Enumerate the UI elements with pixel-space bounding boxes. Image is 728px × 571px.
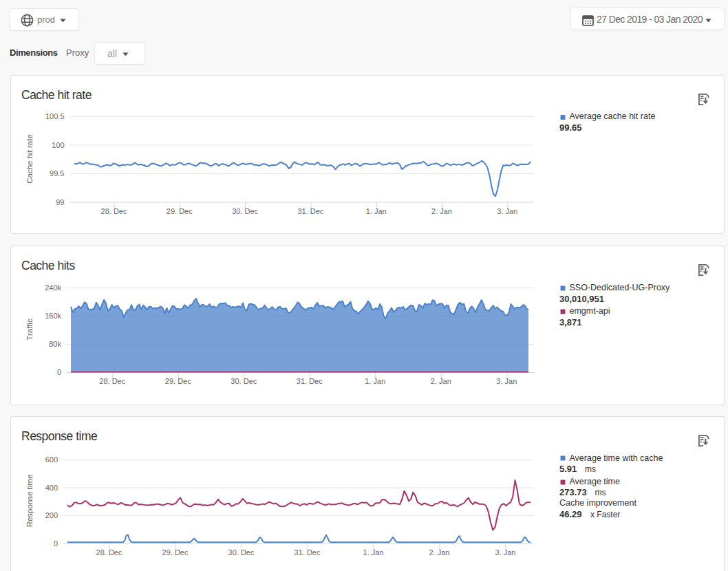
svg-text:Traffic: Traffic [25,319,34,341]
svg-text:30. Dec: 30. Dec [228,548,255,557]
svg-text:99: 99 [56,198,64,206]
svg-text:28. Dec: 28. Dec [96,548,122,557]
svg-text:2. Jan: 2. Jan [431,207,452,215]
svg-text:30,010,951: 30,010,951 [559,294,604,304]
svg-text:31. Dec: 31. Dec [295,548,321,557]
svg-text:46.29: 46.29 [559,509,582,519]
svg-text:x Faster: x Faster [590,510,620,519]
svg-text:2. Jan: 2. Jan [429,548,450,557]
svg-text:3,871: 3,871 [559,317,582,327]
svg-text:30. Dec: 30. Dec [231,377,257,385]
svg-text:100.5: 100.5 [45,112,65,120]
svg-text:28. Dec: 28. Dec [101,207,127,215]
svg-text:31. Dec: 31. Dec [297,377,323,385]
svg-text:600: 600 [45,455,58,464]
svg-text:1. Jan: 1. Jan [365,377,385,385]
svg-text:99.5: 99.5 [50,169,64,177]
svg-text:1. Jan: 1. Jan [363,548,384,557]
svg-text:80k: 80k [49,340,61,348]
svg-text:400: 400 [45,484,58,492]
svg-text:3. Jan: 3. Jan [495,548,516,557]
svg-text:28. Dec: 28. Dec [99,377,125,385]
svg-text:Cache hit rate: Cache hit rate [25,134,34,184]
svg-text:31. Dec: 31. Dec [297,207,323,215]
svg-text:ms: ms [585,464,596,474]
svg-text:29. Dec: 29. Dec [165,377,191,385]
svg-text:1. Jan: 1. Jan [366,207,387,215]
svg-text:emgmt-api: emgmt-api [570,306,610,316]
svg-text:29. Dec: 29. Dec [167,207,193,215]
svg-text:29. Dec: 29. Dec [162,548,189,557]
svg-text:Average cache hit rate: Average cache hit rate [570,111,656,121]
svg-text:Response time: Response time [25,475,34,528]
svg-text:100: 100 [52,141,64,149]
svg-text:3. Jan: 3. Jan [496,377,517,385]
svg-text:2. Jan: 2. Jan [431,377,451,385]
svg-text:ms: ms [595,488,606,497]
svg-text:Average time: Average time [570,477,620,486]
svg-text:Cache improvement: Cache improvement [559,498,636,508]
svg-text:240k: 240k [45,283,61,292]
svg-text:Average time with cache: Average time with cache [570,453,663,463]
svg-text:Cache hits: Cache hits [21,259,75,272]
svg-text:273.73: 273.73 [559,487,587,497]
svg-text:200: 200 [45,511,58,519]
svg-text:0: 0 [54,539,58,548]
svg-text:Response time: Response time [21,429,97,443]
svg-text:SSO-Dedicated-UG-Proxy: SSO-Dedicated-UG-Proxy [570,283,671,292]
svg-text:160k: 160k [45,312,61,320]
svg-text:30. Dec: 30. Dec [232,207,258,215]
svg-text:5.91: 5.91 [559,464,577,474]
svg-text:3. Jan: 3. Jan [497,207,517,215]
svg-text:0: 0 [57,368,61,376]
svg-text:99.65: 99.65 [559,122,582,133]
svg-text:Cache hit rate: Cache hit rate [21,88,92,102]
